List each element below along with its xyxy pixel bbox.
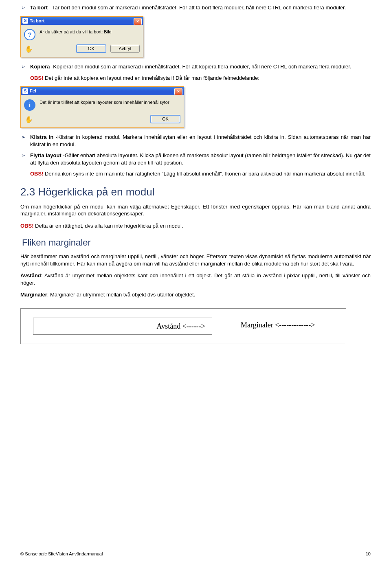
dialog-icon: S [22, 18, 28, 24]
hand-icon: ✋ [24, 115, 34, 123]
avstand-text: : Avstånd är utrymmet mellan objektets k… [20, 272, 371, 286]
bullet-flytta-obs: OBS! Denna ikon syns inte om man inte ha… [30, 170, 371, 178]
bullet-kopiera: Kopiera -Kopierar den modul som är marke… [20, 63, 371, 81]
dialog-fel-title: Fel [30, 88, 36, 94]
close-icon[interactable]: × [174, 88, 182, 95]
heading-fliken: Fliken marginaler [22, 237, 371, 249]
dialog-fel: S Fel × i Det är inte tillåtet att kopie… [20, 86, 184, 128]
question-icon: ? [24, 29, 35, 40]
dialog-fel-body: i Det är inte tillåtet att kopiera layou… [21, 95, 184, 114]
dialog-fel-titlebar: S Fel × [21, 87, 184, 95]
dialog-tabort-buttons: ✋ OK Avbryt [21, 44, 143, 57]
bullet-list-top: Ta bort –Tar bort den modul som är marke… [20, 4, 371, 11]
bullet-list-lower: Klistra in -Klistrar in kopierad modul. … [20, 134, 371, 178]
dialog-fel-buttons: ✋ OK [21, 114, 184, 127]
dialog-tabort-message: Är du säker på att du vill ta bort: Bild [40, 29, 112, 35]
dialog-tabort-titlebar: S Ta bort × [21, 17, 143, 25]
dialog-icon: S [22, 88, 28, 94]
obs-text: Denna ikon syns inte om man inte har rät… [44, 171, 365, 177]
bullet-kopiera-title: Kopiera [30, 64, 50, 70]
bullet-flytta-text: -Gäller enbart absoluta layouter. Klicka… [30, 152, 371, 166]
bullet-kopiera-obs: OBS! Det går inte att kopiera en layout … [30, 75, 371, 82]
dialog-fel-message: Det är inte tillåtet att kopiera layoute… [40, 99, 169, 105]
obs-text: Det går inte att kopiera en layout med e… [44, 75, 259, 81]
diagram-inner-box: Avstånd <------> [33, 318, 212, 335]
bullet-list-kopiera: Kopiera -Kopierar den modul som är marke… [20, 63, 371, 81]
bullet-klistra-title: Klistra in [30, 134, 53, 140]
bullet-tabort-text: –Tar bort den modul som är markerad i in… [48, 4, 346, 11]
dialog-tabort-body: ? Är du säker på att du vill ta bort: Bi… [21, 25, 143, 44]
margin-diagram: Avstånd <------> Marginaler <-----------… [20, 308, 346, 344]
bullet-flytta-title: Flytta layout [30, 152, 62, 158]
footer-page-number: 10 [366, 551, 371, 557]
bullet-klistra: Klistra in -Klistrar in kopierad modul. … [20, 134, 371, 148]
obs-label: OBS! [30, 75, 44, 81]
heading-2-3: 2.3 Högerklicka på en modul [20, 185, 371, 199]
info-icon: i [24, 99, 35, 111]
close-icon[interactable]: × [134, 18, 142, 25]
bullet-tabort-title: Ta bort [30, 4, 48, 11]
bullet-tabort: Ta bort –Tar bort den modul som är marke… [20, 4, 371, 11]
avstand-label: Avstånd [20, 272, 41, 279]
bullet-kopiera-text: -Kopierar den modul som är markerad i in… [50, 64, 351, 70]
bullet-flytta: Flytta layout -Gäller enbart absoluta la… [20, 152, 371, 178]
ok-button[interactable]: OK [76, 44, 106, 53]
dialog-tabort: S Ta bort × ? Är du säker på att du vill… [20, 16, 143, 58]
hand-icon: ✋ [24, 45, 34, 53]
bullet-klistra-text: -Klistrar in kopierad modul. Markera inn… [30, 134, 371, 147]
section23-p1: Om man högerklickar på en modul kan man … [20, 203, 371, 217]
section23-obs: OBS! Detta är en rättighet, dvs alla kan… [20, 222, 371, 230]
fliken-avstand: Avstånd: Avstånd är utrymmet mellan obje… [20, 272, 371, 286]
obs-label: OBS! [20, 223, 34, 229]
diagram-avstand-label: Avstånd <------> [157, 322, 205, 330]
cancel-button[interactable]: Avbryt [110, 45, 140, 53]
fliken-marginaler: Marginaler: Marginaler är utrymmet mella… [20, 291, 371, 298]
fliken-p1: Här bestämmer man avstånd och marginaler… [20, 253, 371, 267]
page-footer: © Senselogic SiteVision Användarmanual 1… [20, 550, 371, 557]
ok-button[interactable]: OK [150, 115, 180, 123]
footer-left: © Senselogic SiteVision Användarmanual [20, 551, 103, 557]
marginaler-label: Marginaler [20, 292, 47, 298]
marginaler-text: : Marginaler är utrymmet mellan två obje… [47, 292, 195, 298]
obs-text: Detta är en rättighet, dvs alla kan inte… [34, 223, 183, 229]
obs-label: OBS! [30, 171, 44, 177]
diagram-marginaler-label: Marginaler <-------------> [241, 320, 315, 330]
dialog-tabort-title: Ta bort [30, 18, 44, 24]
